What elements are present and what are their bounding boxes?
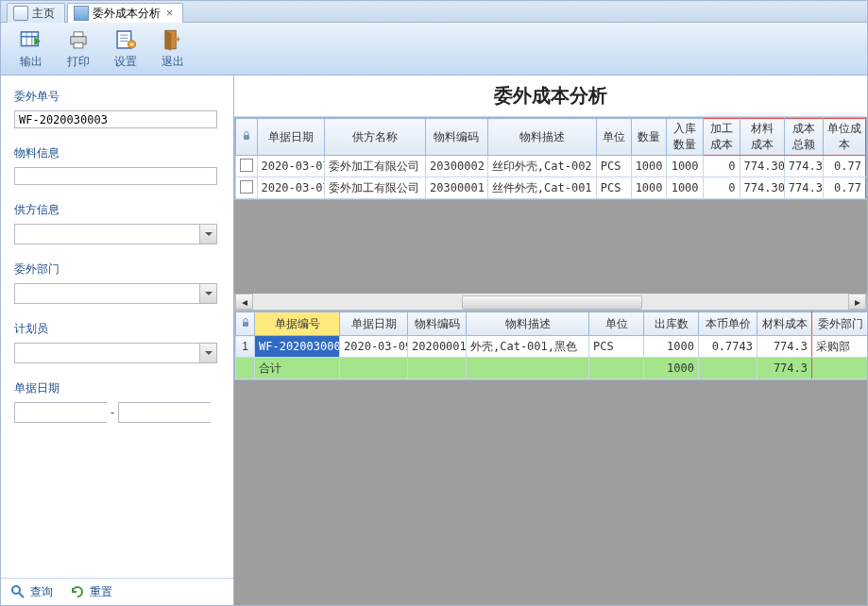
- col-lock[interactable]: [236, 312, 255, 336]
- table-row[interactable]: 1WF-20200300032020-03-0920200001外壳,Cat-0…: [236, 336, 868, 358]
- cell-unit-cost: 0.77: [823, 156, 865, 177]
- tab-outsourcing-cost[interactable]: 委外成本分析 ×: [67, 3, 183, 23]
- row-check[interactable]: [236, 156, 258, 177]
- cell-doc-date: 2020-03-07: [257, 177, 325, 199]
- cell-supplier: 委外加工有限公司: [325, 177, 426, 199]
- col-in-qty[interactable]: 入库 数量: [666, 119, 703, 156]
- supplier-select[interactable]: [14, 224, 217, 244]
- cell-doc-date: 2020-03-09: [340, 336, 408, 358]
- col-mat-desc[interactable]: 物料描述: [487, 119, 596, 156]
- date-separator: -: [111, 406, 114, 419]
- material-label: 物料信息: [14, 145, 220, 161]
- material-input[interactable]: [14, 167, 217, 185]
- search-icon: [10, 584, 26, 599]
- cell-qty: 1000: [631, 156, 666, 177]
- date-from-select[interactable]: [14, 402, 107, 423]
- date-to-select[interactable]: [118, 402, 211, 423]
- svg-point-14: [12, 586, 20, 594]
- tab-label: 委外成本分析: [93, 6, 161, 22]
- summary-mat-cost: 774.3: [757, 358, 812, 379]
- supplier-label: 供方信息: [14, 202, 220, 218]
- cell-mat-code: 20300002: [426, 156, 488, 177]
- page-title: 委外成本分析: [234, 76, 867, 117]
- settings-button[interactable]: 设置: [103, 25, 148, 74]
- planner-field[interactable]: [15, 344, 199, 362]
- col-qty[interactable]: 数量: [631, 119, 666, 156]
- cell-mat-cost: 774.30: [740, 156, 784, 177]
- order-no-input[interactable]: [14, 110, 217, 128]
- col-mat-cost[interactable]: 材料成本: [757, 312, 812, 336]
- col-lock[interactable]: [236, 119, 258, 156]
- col-supplier[interactable]: 供方名称: [325, 119, 426, 156]
- col-unit-cost[interactable]: 单位成 本: [823, 119, 865, 156]
- bottom-grid[interactable]: 单据编号 单据日期 物料编码 物料描述 单位 出库数 本币单价 材料成本 委外部…: [234, 311, 867, 380]
- summary-label: 合计: [255, 358, 340, 379]
- top-grid-pane: 单据日期 供方名称 物料编码 物料描述 单位 数量 入库 数量 加工 成本 材料…: [234, 117, 867, 311]
- chevron-down-icon[interactable]: [199, 344, 216, 362]
- toolbar-label: 设置: [114, 54, 137, 70]
- col-proc-cost[interactable]: 加工 成本: [703, 119, 740, 156]
- col-mat-code[interactable]: 物料编码: [408, 312, 467, 336]
- row-check[interactable]: [236, 177, 258, 199]
- cell-dept: 采购部: [812, 336, 868, 358]
- col-total-cost[interactable]: 成本 总额: [784, 119, 823, 156]
- svg-rect-17: [243, 322, 248, 327]
- table-row[interactable]: 2020-03-07委外加工有限公司20300001丝件外壳,Cat-001PC…: [236, 177, 866, 199]
- planner-select[interactable]: [14, 343, 217, 363]
- table-row[interactable]: 2020-03-07委外加工有限公司20300002丝印外壳,Cat-002PC…: [236, 156, 866, 177]
- col-unit-price[interactable]: 本币单价: [699, 312, 757, 336]
- grid-icon: [74, 6, 89, 21]
- cell-proc-cost: 0: [703, 156, 740, 177]
- tab-bar: 主页 委外成本分析 ×: [1, 1, 867, 23]
- cell-unit: PCS: [596, 177, 631, 199]
- svg-rect-5: [74, 32, 83, 37]
- exit-icon: [161, 27, 185, 52]
- tab-home[interactable]: 主页: [7, 3, 65, 23]
- dept-select[interactable]: [14, 283, 217, 304]
- print-button[interactable]: 打印: [56, 25, 101, 74]
- scroll-thumb[interactable]: [462, 295, 642, 310]
- svg-rect-16: [244, 135, 249, 140]
- filter-sidebar: 委外单号 物料信息 供方信息 委外部门: [1, 76, 234, 605]
- col-doc-date[interactable]: 单据日期: [340, 312, 408, 336]
- chevron-down-icon[interactable]: [199, 225, 216, 244]
- cell-in-qty: 1000: [666, 156, 703, 177]
- cell-mat-cost: 774.30: [740, 177, 784, 199]
- cell-proc-cost: 0: [703, 177, 740, 199]
- col-mat-desc[interactable]: 物料描述: [467, 312, 589, 336]
- filter-footer: 查询 重置: [1, 578, 233, 605]
- export-icon: [19, 27, 43, 52]
- chevron-down-icon[interactable]: [199, 284, 216, 303]
- col-doc-no[interactable]: 单据编号: [255, 312, 340, 336]
- home-icon: [13, 6, 28, 21]
- supplier-field[interactable]: [15, 225, 199, 244]
- col-out-qty[interactable]: 出库数: [644, 312, 699, 336]
- scroll-left-icon[interactable]: ◂: [235, 294, 253, 310]
- cell-doc-no[interactable]: WF-2020030003: [255, 336, 340, 358]
- lock-icon: [242, 131, 251, 141]
- svg-line-15: [19, 593, 24, 598]
- h-scrollbar-top[interactable]: ◂ ▸: [234, 294, 867, 311]
- close-icon[interactable]: ×: [166, 7, 173, 20]
- reset-button[interactable]: 重置: [70, 584, 112, 600]
- col-unit[interactable]: 单位: [596, 119, 631, 156]
- toolbar-label: 退出: [162, 54, 184, 70]
- col-unit[interactable]: 单位: [589, 312, 644, 336]
- cell-out-qty: 1000: [644, 336, 699, 358]
- order-no-label: 委外单号: [14, 89, 220, 105]
- top-grid[interactable]: 单据日期 供方名称 物料编码 物料描述 单位 数量 入库 数量 加工 成本 材料…: [234, 117, 867, 200]
- date-to-field[interactable]: [119, 403, 233, 422]
- dept-field[interactable]: [15, 284, 199, 303]
- settings-icon: [113, 27, 138, 52]
- query-button[interactable]: 查询: [10, 584, 53, 600]
- export-button[interactable]: 输出: [9, 25, 54, 74]
- col-mat-code[interactable]: 物料编码: [426, 119, 488, 156]
- exit-button[interactable]: 退出: [150, 25, 196, 74]
- tab-label: 主页: [32, 6, 55, 22]
- main-content: 委外成本分析 单据日期 供方名称 物料编码: [234, 76, 867, 605]
- col-doc-date[interactable]: 单据日期: [257, 119, 325, 156]
- scroll-right-icon[interactable]: ▸: [848, 294, 866, 310]
- col-mat-cost[interactable]: 材料 成本: [740, 119, 784, 156]
- cell-mat-desc: 丝件外壳,Cat-001: [487, 177, 596, 199]
- col-dept[interactable]: 委外部门: [812, 312, 868, 336]
